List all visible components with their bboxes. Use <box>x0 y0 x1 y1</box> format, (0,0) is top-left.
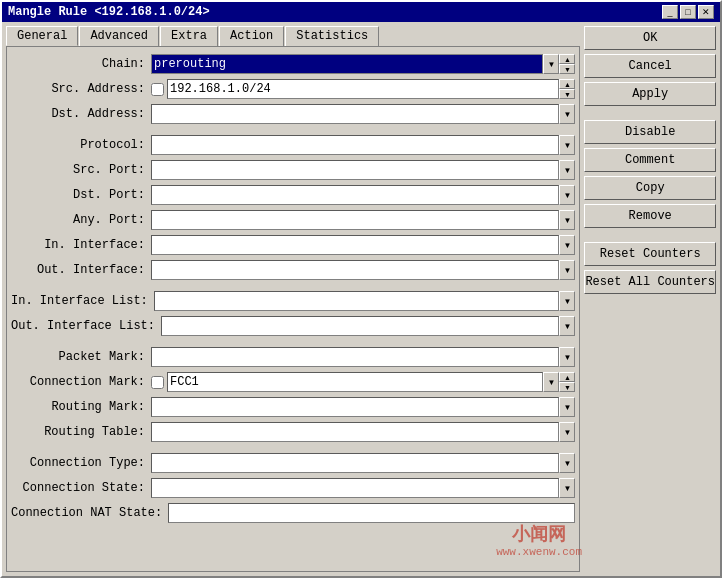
chain-scroll: ▲ ▼ <box>559 54 575 74</box>
connection-type-input[interactable] <box>151 453 559 473</box>
dst-port-input[interactable] <box>151 185 559 205</box>
chain-dropdown-btn[interactable]: ▼ <box>543 54 559 74</box>
src-address-scroll: ▲ ▼ <box>559 79 575 99</box>
connection-mark-scroll: ▲ ▼ <box>559 372 575 392</box>
connection-state-control: ▼ <box>151 478 575 498</box>
copy-button[interactable]: Copy <box>584 176 716 200</box>
form-panel: Chain: ▼ ▲ ▼ Src. Address: <box>6 46 580 572</box>
in-interface-input[interactable] <box>151 235 559 255</box>
dst-port-label: Dst. Port: <box>11 188 151 202</box>
connection-mark-row: Connection Mark: ▼ ▲ ▼ <box>11 371 575 393</box>
connection-mark-checkbox[interactable] <box>151 376 164 389</box>
in-interface-label: In. Interface: <box>11 238 151 252</box>
dst-address-dropdown-btn[interactable]: ▼ <box>559 104 575 124</box>
src-port-row: Src. Port: ▼ <box>11 159 575 181</box>
src-address-scroll-up[interactable]: ▲ <box>559 79 575 89</box>
tab-extra[interactable]: Extra <box>160 26 218 46</box>
connection-type-dropdown-btn[interactable]: ▼ <box>559 453 575 473</box>
routing-mark-input[interactable] <box>151 397 559 417</box>
any-port-label: Any. Port: <box>11 213 151 227</box>
out-interface-list-label: Out. Interface List: <box>11 319 161 333</box>
chain-input[interactable] <box>151 54 543 74</box>
connection-type-row: Connection Type: ▼ <box>11 452 575 474</box>
dst-address-label: Dst. Address: <box>11 107 151 121</box>
title-bar: Mangle Rule <192.168.1.0/24> _ □ ✕ <box>2 2 720 22</box>
connection-state-label: Connection State: <box>11 481 151 495</box>
disable-button[interactable]: Disable <box>584 120 716 144</box>
reset-all-counters-button[interactable]: Reset All Counters <box>584 270 716 294</box>
routing-table-label: Routing Table: <box>11 425 151 439</box>
out-interface-list-dropdown-btn[interactable]: ▼ <box>559 316 575 336</box>
sidebar-buttons: OK Cancel Apply Disable Comment Copy Rem… <box>584 26 716 572</box>
connection-mark-input[interactable] <box>167 372 543 392</box>
dst-address-control: ▼ <box>151 104 575 124</box>
connection-nat-state-input[interactable] <box>168 503 575 523</box>
reset-counters-button[interactable]: Reset Counters <box>584 242 716 266</box>
connection-mark-scroll-up[interactable]: ▲ <box>559 372 575 382</box>
tab-bar: General Advanced Extra Action Statistics <box>6 26 580 46</box>
comment-button[interactable]: Comment <box>584 148 716 172</box>
tab-general[interactable]: General <box>6 26 78 46</box>
out-interface-dropdown-btn[interactable]: ▼ <box>559 260 575 280</box>
src-address-input[interactable] <box>167 79 559 99</box>
src-port-input[interactable] <box>151 160 559 180</box>
title-bar-buttons: _ □ ✕ <box>662 5 714 19</box>
protocol-label: Protocol: <box>11 138 151 152</box>
chain-scroll-down[interactable]: ▼ <box>559 64 575 74</box>
cancel-button[interactable]: Cancel <box>584 54 716 78</box>
chain-scroll-up[interactable]: ▲ <box>559 54 575 64</box>
out-interface-list-control: ▼ <box>161 316 575 336</box>
connection-state-dropdown-btn[interactable]: ▼ <box>559 478 575 498</box>
chain-row: Chain: ▼ ▲ ▼ <box>11 53 575 75</box>
any-port-dropdown-btn[interactable]: ▼ <box>559 210 575 230</box>
dst-port-control: ▼ <box>151 185 575 205</box>
connection-state-input[interactable] <box>151 478 559 498</box>
out-interface-list-input[interactable] <box>161 316 559 336</box>
protocol-input[interactable] <box>151 135 559 155</box>
routing-table-dropdown-btn[interactable]: ▼ <box>559 422 575 442</box>
main-panel: General Advanced Extra Action Statistics… <box>6 26 580 572</box>
src-address-scroll-down[interactable]: ▼ <box>559 89 575 99</box>
tab-action[interactable]: Action <box>219 26 284 46</box>
any-port-input[interactable] <box>151 210 559 230</box>
dst-address-input[interactable] <box>151 104 559 124</box>
src-port-control: ▼ <box>151 160 575 180</box>
connection-nat-state-control <box>168 503 575 523</box>
in-interface-dropdown-btn[interactable]: ▼ <box>559 235 575 255</box>
dst-port-dropdown-btn[interactable]: ▼ <box>559 185 575 205</box>
tab-statistics[interactable]: Statistics <box>285 26 379 46</box>
any-port-control: ▼ <box>151 210 575 230</box>
routing-mark-dropdown-btn[interactable]: ▼ <box>559 397 575 417</box>
in-interface-list-input[interactable] <box>154 291 560 311</box>
packet-mark-label: Packet Mark: <box>11 350 151 364</box>
routing-table-row: Routing Table: ▼ <box>11 421 575 443</box>
maximize-button[interactable]: □ <box>680 5 696 19</box>
dst-port-row: Dst. Port: ▼ <box>11 184 575 206</box>
packet-mark-control: ▼ <box>151 347 575 367</box>
in-interface-row: In. Interface: ▼ <box>11 234 575 256</box>
out-interface-list-row: Out. Interface List: ▼ <box>11 315 575 337</box>
src-address-checkbox[interactable] <box>151 83 164 96</box>
out-interface-control: ▼ <box>151 260 575 280</box>
remove-button[interactable]: Remove <box>584 204 716 228</box>
connection-mark-control: ▼ ▲ ▼ <box>151 372 575 392</box>
tab-advanced[interactable]: Advanced <box>79 26 159 46</box>
minimize-button[interactable]: _ <box>662 5 678 19</box>
out-interface-row: Out. Interface: ▼ <box>11 259 575 281</box>
packet-mark-dropdown-btn[interactable]: ▼ <box>559 347 575 367</box>
in-interface-list-dropdown-btn[interactable]: ▼ <box>559 291 575 311</box>
out-interface-input[interactable] <box>151 260 559 280</box>
connection-mark-dropdown-btn[interactable]: ▼ <box>543 372 559 392</box>
packet-mark-input[interactable] <box>151 347 559 367</box>
close-button[interactable]: ✕ <box>698 5 714 19</box>
routing-mark-label: Routing Mark: <box>11 400 151 414</box>
out-interface-label: Out. Interface: <box>11 263 151 277</box>
routing-table-input[interactable] <box>151 422 559 442</box>
apply-button[interactable]: Apply <box>584 82 716 106</box>
connection-mark-scroll-down[interactable]: ▼ <box>559 382 575 392</box>
src-port-dropdown-btn[interactable]: ▼ <box>559 160 575 180</box>
ok-button[interactable]: OK <box>584 26 716 50</box>
in-interface-list-control: ▼ <box>154 291 576 311</box>
connection-state-row: Connection State: ▼ <box>11 477 575 499</box>
protocol-dropdown-btn[interactable]: ▼ <box>559 135 575 155</box>
